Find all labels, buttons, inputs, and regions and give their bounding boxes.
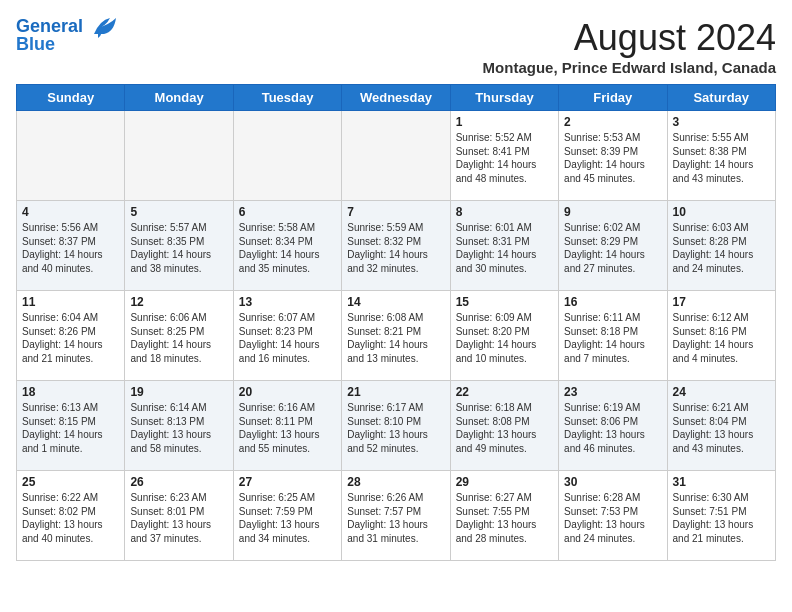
day-number: 4 bbox=[22, 205, 119, 219]
day-number: 16 bbox=[564, 295, 661, 309]
day-cell-21: 21Sunrise: 6:17 AM Sunset: 8:10 PM Dayli… bbox=[342, 381, 450, 471]
day-cell-17: 17Sunrise: 6:12 AM Sunset: 8:16 PM Dayli… bbox=[667, 291, 775, 381]
day-cell-18: 18Sunrise: 6:13 AM Sunset: 8:15 PM Dayli… bbox=[17, 381, 125, 471]
day-cell-9: 9Sunrise: 6:02 AM Sunset: 8:29 PM Daylig… bbox=[559, 201, 667, 291]
day-info: Sunrise: 6:19 AM Sunset: 8:06 PM Dayligh… bbox=[564, 401, 661, 455]
day-info: Sunrise: 6:01 AM Sunset: 8:31 PM Dayligh… bbox=[456, 221, 553, 275]
day-info: Sunrise: 6:23 AM Sunset: 8:01 PM Dayligh… bbox=[130, 491, 227, 545]
day-number: 1 bbox=[456, 115, 553, 129]
day-number: 31 bbox=[673, 475, 770, 489]
day-number: 14 bbox=[347, 295, 444, 309]
day-header-wednesday: Wednesday bbox=[342, 85, 450, 111]
day-number: 20 bbox=[239, 385, 336, 399]
day-cell-4: 4Sunrise: 5:56 AM Sunset: 8:37 PM Daylig… bbox=[17, 201, 125, 291]
day-number: 9 bbox=[564, 205, 661, 219]
day-number: 23 bbox=[564, 385, 661, 399]
day-number: 12 bbox=[130, 295, 227, 309]
day-info: Sunrise: 6:25 AM Sunset: 7:59 PM Dayligh… bbox=[239, 491, 336, 545]
empty-cell bbox=[125, 111, 233, 201]
day-number: 10 bbox=[673, 205, 770, 219]
day-cell-31: 31Sunrise: 6:30 AM Sunset: 7:51 PM Dayli… bbox=[667, 471, 775, 561]
day-info: Sunrise: 6:06 AM Sunset: 8:25 PM Dayligh… bbox=[130, 311, 227, 365]
day-number: 11 bbox=[22, 295, 119, 309]
day-info: Sunrise: 5:52 AM Sunset: 8:41 PM Dayligh… bbox=[456, 131, 553, 185]
day-info: Sunrise: 6:21 AM Sunset: 8:04 PM Dayligh… bbox=[673, 401, 770, 455]
empty-cell bbox=[17, 111, 125, 201]
day-cell-28: 28Sunrise: 6:26 AM Sunset: 7:57 PM Dayli… bbox=[342, 471, 450, 561]
day-number: 25 bbox=[22, 475, 119, 489]
day-info: Sunrise: 6:09 AM Sunset: 8:20 PM Dayligh… bbox=[456, 311, 553, 365]
day-info: Sunrise: 6:22 AM Sunset: 8:02 PM Dayligh… bbox=[22, 491, 119, 545]
calendar-table: SundayMondayTuesdayWednesdayThursdayFrid… bbox=[16, 84, 776, 561]
day-cell-15: 15Sunrise: 6:09 AM Sunset: 8:20 PM Dayli… bbox=[450, 291, 558, 381]
day-info: Sunrise: 6:12 AM Sunset: 8:16 PM Dayligh… bbox=[673, 311, 770, 365]
day-number: 8 bbox=[456, 205, 553, 219]
logo-bird-icon bbox=[90, 16, 118, 38]
day-number: 18 bbox=[22, 385, 119, 399]
day-number: 2 bbox=[564, 115, 661, 129]
day-info: Sunrise: 6:27 AM Sunset: 7:55 PM Dayligh… bbox=[456, 491, 553, 545]
day-cell-14: 14Sunrise: 6:08 AM Sunset: 8:21 PM Dayli… bbox=[342, 291, 450, 381]
day-cell-26: 26Sunrise: 6:23 AM Sunset: 8:01 PM Dayli… bbox=[125, 471, 233, 561]
day-cell-23: 23Sunrise: 6:19 AM Sunset: 8:06 PM Dayli… bbox=[559, 381, 667, 471]
day-info: Sunrise: 6:11 AM Sunset: 8:18 PM Dayligh… bbox=[564, 311, 661, 365]
day-info: Sunrise: 6:26 AM Sunset: 7:57 PM Dayligh… bbox=[347, 491, 444, 545]
day-number: 22 bbox=[456, 385, 553, 399]
day-header-friday: Friday bbox=[559, 85, 667, 111]
day-cell-3: 3Sunrise: 5:55 AM Sunset: 8:38 PM Daylig… bbox=[667, 111, 775, 201]
day-info: Sunrise: 6:30 AM Sunset: 7:51 PM Dayligh… bbox=[673, 491, 770, 545]
day-info: Sunrise: 5:59 AM Sunset: 8:32 PM Dayligh… bbox=[347, 221, 444, 275]
day-cell-24: 24Sunrise: 6:21 AM Sunset: 8:04 PM Dayli… bbox=[667, 381, 775, 471]
day-cell-10: 10Sunrise: 6:03 AM Sunset: 8:28 PM Dayli… bbox=[667, 201, 775, 291]
day-cell-12: 12Sunrise: 6:06 AM Sunset: 8:25 PM Dayli… bbox=[125, 291, 233, 381]
day-number: 6 bbox=[239, 205, 336, 219]
logo-line2: Blue bbox=[16, 34, 55, 55]
day-number: 3 bbox=[673, 115, 770, 129]
day-number: 28 bbox=[347, 475, 444, 489]
day-number: 15 bbox=[456, 295, 553, 309]
day-number: 24 bbox=[673, 385, 770, 399]
day-info: Sunrise: 6:16 AM Sunset: 8:11 PM Dayligh… bbox=[239, 401, 336, 455]
day-info: Sunrise: 5:56 AM Sunset: 8:37 PM Dayligh… bbox=[22, 221, 119, 275]
day-number: 21 bbox=[347, 385, 444, 399]
day-info: Sunrise: 6:18 AM Sunset: 8:08 PM Dayligh… bbox=[456, 401, 553, 455]
day-info: Sunrise: 5:55 AM Sunset: 8:38 PM Dayligh… bbox=[673, 131, 770, 185]
day-cell-5: 5Sunrise: 5:57 AM Sunset: 8:35 PM Daylig… bbox=[125, 201, 233, 291]
day-number: 29 bbox=[456, 475, 553, 489]
day-info: Sunrise: 6:13 AM Sunset: 8:15 PM Dayligh… bbox=[22, 401, 119, 455]
day-number: 13 bbox=[239, 295, 336, 309]
day-cell-1: 1Sunrise: 5:52 AM Sunset: 8:41 PM Daylig… bbox=[450, 111, 558, 201]
day-cell-11: 11Sunrise: 6:04 AM Sunset: 8:26 PM Dayli… bbox=[17, 291, 125, 381]
day-info: Sunrise: 6:07 AM Sunset: 8:23 PM Dayligh… bbox=[239, 311, 336, 365]
day-header-thursday: Thursday bbox=[450, 85, 558, 111]
day-number: 26 bbox=[130, 475, 227, 489]
day-info: Sunrise: 6:04 AM Sunset: 8:26 PM Dayligh… bbox=[22, 311, 119, 365]
day-cell-8: 8Sunrise: 6:01 AM Sunset: 8:31 PM Daylig… bbox=[450, 201, 558, 291]
calendar-title: August 2024 bbox=[483, 16, 776, 59]
calendar-subtitle: Montague, Prince Edward Island, Canada bbox=[483, 59, 776, 76]
day-info: Sunrise: 6:14 AM Sunset: 8:13 PM Dayligh… bbox=[130, 401, 227, 455]
day-cell-2: 2Sunrise: 5:53 AM Sunset: 8:39 PM Daylig… bbox=[559, 111, 667, 201]
day-number: 19 bbox=[130, 385, 227, 399]
day-cell-30: 30Sunrise: 6:28 AM Sunset: 7:53 PM Dayli… bbox=[559, 471, 667, 561]
day-info: Sunrise: 5:53 AM Sunset: 8:39 PM Dayligh… bbox=[564, 131, 661, 185]
day-cell-7: 7Sunrise: 5:59 AM Sunset: 8:32 PM Daylig… bbox=[342, 201, 450, 291]
day-header-sunday: Sunday bbox=[17, 85, 125, 111]
day-header-saturday: Saturday bbox=[667, 85, 775, 111]
day-info: Sunrise: 5:57 AM Sunset: 8:35 PM Dayligh… bbox=[130, 221, 227, 275]
day-cell-19: 19Sunrise: 6:14 AM Sunset: 8:13 PM Dayli… bbox=[125, 381, 233, 471]
logo: General Blue bbox=[16, 16, 118, 55]
day-info: Sunrise: 5:58 AM Sunset: 8:34 PM Dayligh… bbox=[239, 221, 336, 275]
day-cell-20: 20Sunrise: 6:16 AM Sunset: 8:11 PM Dayli… bbox=[233, 381, 341, 471]
day-header-monday: Monday bbox=[125, 85, 233, 111]
day-cell-25: 25Sunrise: 6:22 AM Sunset: 8:02 PM Dayli… bbox=[17, 471, 125, 561]
day-info: Sunrise: 6:08 AM Sunset: 8:21 PM Dayligh… bbox=[347, 311, 444, 365]
day-cell-13: 13Sunrise: 6:07 AM Sunset: 8:23 PM Dayli… bbox=[233, 291, 341, 381]
day-header-tuesday: Tuesday bbox=[233, 85, 341, 111]
page-header: General Blue August 2024 Montague, Princ… bbox=[16, 16, 776, 76]
day-number: 17 bbox=[673, 295, 770, 309]
empty-cell bbox=[342, 111, 450, 201]
day-number: 30 bbox=[564, 475, 661, 489]
day-cell-6: 6Sunrise: 5:58 AM Sunset: 8:34 PM Daylig… bbox=[233, 201, 341, 291]
title-area: August 2024 Montague, Prince Edward Isla… bbox=[483, 16, 776, 76]
